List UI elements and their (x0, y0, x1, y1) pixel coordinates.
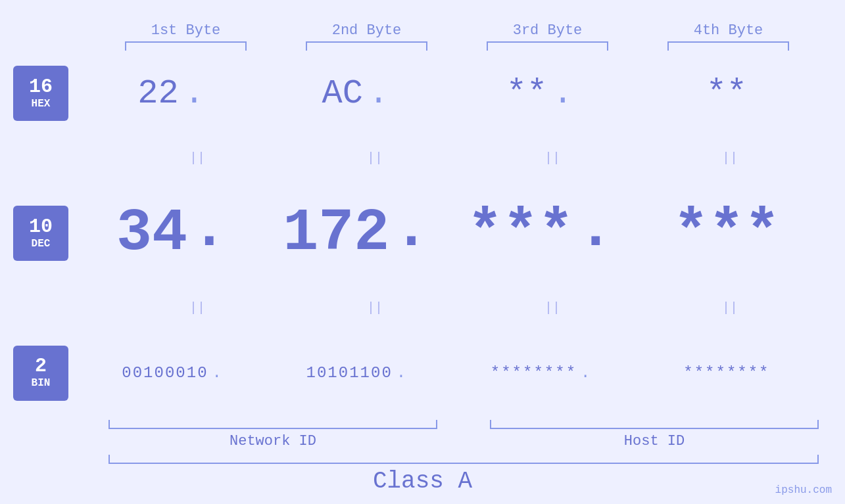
hex-byte2-value: AC (322, 74, 363, 113)
dec-badge: 10 DEC (13, 206, 68, 261)
hex-badge: 16 HEX (13, 66, 68, 121)
bracket-cell-2 (285, 41, 449, 51)
sep5: || (115, 302, 279, 315)
bin-byte3-value: ******** (491, 364, 577, 382)
hex-dot-3: . (552, 74, 573, 113)
bin-byte1-value: 00100010 (122, 364, 208, 382)
bracket-line-4 (667, 41, 789, 51)
hex-byte4-value: ** (706, 74, 747, 113)
bottom-section: Network ID Host ID Class A (0, 419, 845, 504)
hex-byte4-cell: ** (644, 74, 809, 113)
class-label: Class A (0, 468, 845, 495)
hex-byte1-value: 22 (137, 74, 178, 113)
dec-byte3-cell: *** . (460, 196, 625, 271)
network-id-label: Network ID (109, 433, 437, 449)
dec-byte3-value: *** (468, 200, 574, 267)
dec-byte4-value: *** (673, 200, 780, 267)
hex-byte2-cell: AC . (276, 74, 440, 113)
rows-section: 16 HEX 22 . AC . ** . (0, 51, 845, 419)
byte4-header: 4th Byte (646, 22, 811, 39)
bottom-brackets-row (109, 420, 819, 429)
hex-badge-number: 16 (29, 76, 53, 98)
byte1-header: 1st Byte (104, 22, 268, 39)
dec-row: 10 DEC 34 . 172 . *** . (13, 196, 845, 271)
sep7: || (470, 302, 635, 315)
bracket-cell-3 (466, 41, 630, 51)
network-id-bracket (109, 420, 437, 429)
hex-row: 16 HEX 22 . AC . ** . (13, 66, 845, 121)
sep1: || (115, 152, 279, 165)
host-id-label: Host ID (490, 433, 819, 449)
bin-dot-3: . (581, 364, 590, 382)
dec-values-grid: 34 . 172 . *** . *** (68, 196, 845, 271)
bracket-cell-1 (104, 41, 268, 51)
page-layout: 1st Byte 2nd Byte 3rd Byte 4th Byte (0, 0, 845, 504)
bin-byte2-cell: 10101100 . (276, 364, 440, 382)
top-section: 1st Byte 2nd Byte 3rd Byte 4th Byte (0, 0, 845, 51)
bin-byte4-value: ******** (683, 364, 769, 382)
bin-byte4-cell: ******** (644, 364, 809, 382)
dec-badge-label: DEC (32, 238, 51, 250)
byte3-header: 3rd Byte (466, 22, 630, 39)
sep2: || (293, 152, 457, 165)
hex-byte3-value: ** (506, 74, 547, 113)
dec-byte4-cell: *** (644, 200, 809, 267)
bin-row: 2 BIN 00100010 . 10101100 . ******** (13, 346, 845, 401)
sep4: || (648, 152, 812, 165)
bin-badge: 2 BIN (13, 346, 68, 401)
hex-byte1-cell: 22 . (91, 74, 256, 113)
sep-dec-bin: || || || || (0, 302, 845, 315)
id-labels-row: Network ID Host ID (109, 433, 819, 449)
dec-byte1-value: 34 (116, 200, 187, 267)
bin-row-wrapper: 2 BIN 00100010 . 10101100 . ******** (0, 346, 845, 401)
dec-dot-2: . (393, 196, 429, 271)
bin-byte3-cell: ******** . (460, 364, 625, 382)
hex-dot-1: . (184, 74, 205, 113)
hex-values-grid: 22 . AC . ** . ** (68, 74, 845, 113)
bin-badge-label: BIN (32, 377, 51, 390)
sep6: || (293, 302, 457, 315)
bracket-line-1 (125, 41, 247, 51)
bin-dot-2: . (397, 364, 406, 382)
bracket-line-2 (306, 41, 427, 51)
dec-byte2-value: 172 (283, 200, 389, 267)
dec-badge-number: 10 (29, 216, 53, 238)
bin-dot-1: . (212, 364, 222, 382)
dec-byte1-cell: 34 . (91, 196, 256, 271)
bin-values-grid: 00100010 . 10101100 . ******** . *******… (68, 364, 845, 382)
class-bracket (109, 455, 819, 464)
dec-byte2-cell: 172 . (276, 196, 440, 271)
sep8: || (648, 302, 812, 315)
dec-dot-1: . (191, 196, 227, 271)
host-id-bracket (490, 420, 819, 429)
sep-hex-dec: || || || || (0, 152, 845, 165)
byte2-header: 2nd Byte (285, 22, 449, 39)
sep3: || (470, 152, 635, 165)
hex-dot-2: . (368, 74, 389, 113)
dec-dot-3: . (578, 196, 614, 271)
bracket-cell-4 (646, 41, 811, 51)
byte-headers: 1st Byte 2nd Byte 3rd Byte 4th Byte (95, 11, 845, 39)
hex-byte3-cell: ** . (460, 74, 625, 113)
dec-row-wrapper: 10 DEC 34 . 172 . *** . (0, 196, 845, 271)
bin-badge-number: 2 (35, 355, 47, 377)
bracket-line-3 (487, 41, 608, 51)
bin-byte2-value: 10101100 (306, 364, 393, 382)
watermark: ipshu.com (775, 484, 832, 496)
hex-row-wrapper: 16 HEX 22 . AC . ** . (0, 66, 845, 121)
top-brackets (95, 41, 845, 51)
bin-byte1-cell: 00100010 . (91, 364, 256, 382)
hex-badge-label: HEX (32, 98, 51, 110)
